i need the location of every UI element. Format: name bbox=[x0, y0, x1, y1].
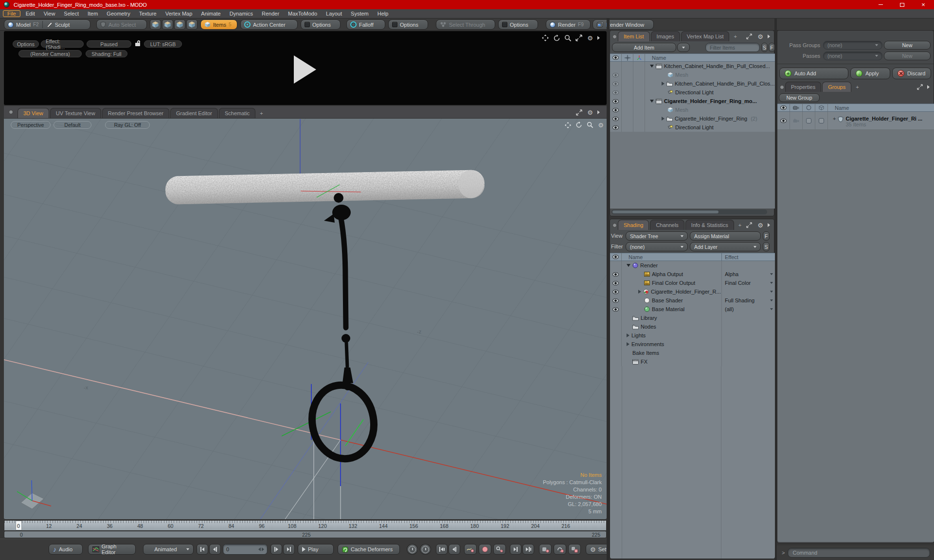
rotate-icon[interactable] bbox=[575, 121, 583, 129]
pan-icon[interactable] bbox=[564, 121, 572, 129]
next-key-button[interactable] bbox=[510, 544, 521, 555]
eye-icon[interactable] bbox=[612, 90, 619, 95]
viewport-gear-icon[interactable]: ⚙ bbox=[597, 121, 605, 129]
item-list-hscrollbar[interactable] bbox=[611, 210, 767, 214]
audio-button[interactable]: ♪ Audio bbox=[49, 544, 83, 555]
panel-arrow-icon[interactable] bbox=[597, 110, 600, 114]
dropdown-caret-icon[interactable] bbox=[770, 299, 773, 301]
menu-item-render[interactable]: Render bbox=[257, 10, 284, 17]
menu-item-item[interactable]: Item bbox=[83, 10, 102, 17]
current-frame-field[interactable]: 0 bbox=[223, 544, 268, 555]
f-button[interactable]: F bbox=[763, 231, 770, 241]
collapse-arrow-icon[interactable] bbox=[650, 100, 654, 103]
effect-cell[interactable]: Full Shading bbox=[721, 296, 775, 305]
filter-items-input[interactable]: Filter Items bbox=[705, 43, 760, 52]
item-list-row[interactable]: Mesh bbox=[610, 105, 775, 114]
new-pass-group-button[interactable]: New bbox=[884, 41, 931, 50]
tab-uv-texture-view[interactable]: UV Texture View bbox=[50, 108, 101, 118]
expand-icon[interactable] bbox=[916, 83, 924, 91]
falloff-options-button[interactable]: Options bbox=[388, 19, 428, 30]
item-list-row[interactable]: Cigarette_Holder_Finger_Ring_mo... bbox=[610, 97, 775, 105]
time-tool-down-icon[interactable] bbox=[420, 544, 431, 555]
tab-render-preset-browser[interactable]: Render Preset Browser bbox=[102, 108, 169, 118]
render-button[interactable]: Render F9 bbox=[546, 19, 591, 30]
shader-tree-row[interactable]: Nodes bbox=[610, 322, 775, 331]
falloff-button[interactable]: Falloff bbox=[346, 19, 385, 30]
eye-icon[interactable] bbox=[612, 82, 619, 86]
time-tool-up-icon[interactable] bbox=[407, 544, 418, 555]
item-list-row[interactable]: Cigarette_Holder_Finger_Ring(2) bbox=[610, 114, 775, 123]
tab--[interactable]: + bbox=[730, 31, 740, 41]
options-checkbox[interactable] bbox=[305, 22, 310, 27]
filter-button[interactable]: F bbox=[769, 43, 775, 52]
dropdown-caret-icon[interactable] bbox=[770, 291, 773, 293]
add-item-button[interactable]: Add Item bbox=[612, 43, 676, 52]
visibility-toggle[interactable] bbox=[610, 322, 622, 331]
menu-item-vertex-map[interactable]: Vertex Map bbox=[161, 10, 197, 17]
visibility-toggle[interactable] bbox=[610, 305, 622, 314]
pan-icon[interactable] bbox=[541, 34, 549, 42]
group-checkbox[interactable] bbox=[815, 112, 828, 129]
panel-arrow-icon[interactable] bbox=[927, 85, 930, 89]
tab-properties[interactable]: Properties bbox=[785, 82, 821, 92]
key-channel-button[interactable] bbox=[464, 544, 477, 555]
effect-cell[interactable] bbox=[721, 340, 775, 349]
discard-button[interactable]: ✕ Discard bbox=[892, 68, 931, 79]
menu-item-edit[interactable]: Edit bbox=[21, 10, 39, 17]
preview-options-button[interactable]: Options bbox=[13, 40, 39, 48]
shader-tree-row[interactable]: Library bbox=[610, 314, 775, 322]
materials-mode-button[interactable] bbox=[186, 19, 198, 30]
effect-cell[interactable] bbox=[721, 331, 775, 340]
frame-spinner[interactable] bbox=[258, 547, 264, 551]
group-checkbox[interactable] bbox=[803, 112, 815, 129]
cache-deformers-button[interactable]: Cache Deformers bbox=[338, 544, 400, 555]
tab-channels[interactable]: Channels bbox=[650, 220, 684, 230]
dropdown-caret-icon[interactable] bbox=[770, 282, 773, 284]
select-through-options-button[interactable]: Options bbox=[498, 19, 538, 30]
add-item-dropdown[interactable] bbox=[677, 43, 690, 52]
visibility-toggle[interactable] bbox=[610, 349, 622, 357]
expand-arrow-icon[interactable] bbox=[662, 82, 665, 86]
action-center-options-button[interactable]: Options bbox=[301, 19, 341, 30]
panel-arrow-icon[interactable] bbox=[597, 36, 600, 40]
shader-tree-row[interactable]: Cigarette_Holder_Finger_R... bbox=[610, 287, 775, 296]
menu-item-texture[interactable]: Texture bbox=[135, 10, 161, 17]
expand-icon[interactable] bbox=[575, 34, 583, 42]
visibility-toggle[interactable] bbox=[610, 123, 622, 132]
gear-icon[interactable]: ⚙ bbox=[756, 33, 764, 40]
view-dropdown[interactable]: Shader Tree bbox=[626, 231, 688, 241]
new-pass-button[interactable]: New bbox=[884, 52, 931, 60]
cylinder-mesh[interactable] bbox=[165, 170, 485, 205]
timeline-ruler[interactable]: 0122436486072849610812013214415616818019… bbox=[4, 520, 607, 531]
maximize-button[interactable] bbox=[891, 0, 913, 9]
play-button[interactable]: Play bbox=[298, 544, 334, 555]
go-to-end-button[interactable] bbox=[283, 544, 295, 555]
rotate-icon[interactable] bbox=[553, 34, 560, 42]
viewport-menu-icon[interactable] bbox=[9, 110, 13, 114]
visibility-toggle[interactable] bbox=[610, 314, 622, 322]
first-key-button[interactable] bbox=[436, 544, 448, 555]
key-all-button[interactable] bbox=[493, 544, 506, 555]
command-input[interactable]: Command bbox=[788, 548, 930, 558]
eye-icon[interactable] bbox=[612, 307, 619, 312]
scope-button[interactable]: S bbox=[761, 43, 768, 52]
sculpt-button[interactable]: Sculpt bbox=[55, 22, 70, 28]
preview-shading-button[interactable]: Shading: Full bbox=[86, 50, 127, 57]
tab-info-statistics[interactable]: Info & Statistics bbox=[685, 220, 734, 230]
effect-cell[interactable] bbox=[721, 357, 775, 366]
tab-groups[interactable]: Groups bbox=[822, 82, 851, 92]
play-overlay-icon[interactable] bbox=[294, 55, 316, 84]
visibility-toggle[interactable] bbox=[610, 270, 622, 279]
visibility-toggle[interactable] bbox=[610, 340, 622, 349]
menu-item-system[interactable]: System bbox=[346, 10, 373, 17]
collapse-arrow-icon[interactable] bbox=[627, 264, 630, 267]
shader-filter-dropdown[interactable]: (none) bbox=[626, 242, 688, 251]
preview-camera-button[interactable]: (Render Camera) bbox=[18, 50, 82, 57]
graph-editor-button[interactable]: Graph Editor bbox=[88, 544, 136, 555]
model-button[interactable]: Model bbox=[16, 22, 31, 28]
item-list-row[interactable]: Kitchen_Cabinet_Handle_Bin_Pull_Clos... bbox=[610, 79, 775, 88]
shader-tree-row[interactable]: Base ShaderFull Shading bbox=[610, 296, 775, 305]
shader-tree-row[interactable]: Render bbox=[610, 261, 775, 270]
eye-icon[interactable] bbox=[612, 73, 619, 77]
visibility-toggle[interactable] bbox=[610, 357, 622, 366]
